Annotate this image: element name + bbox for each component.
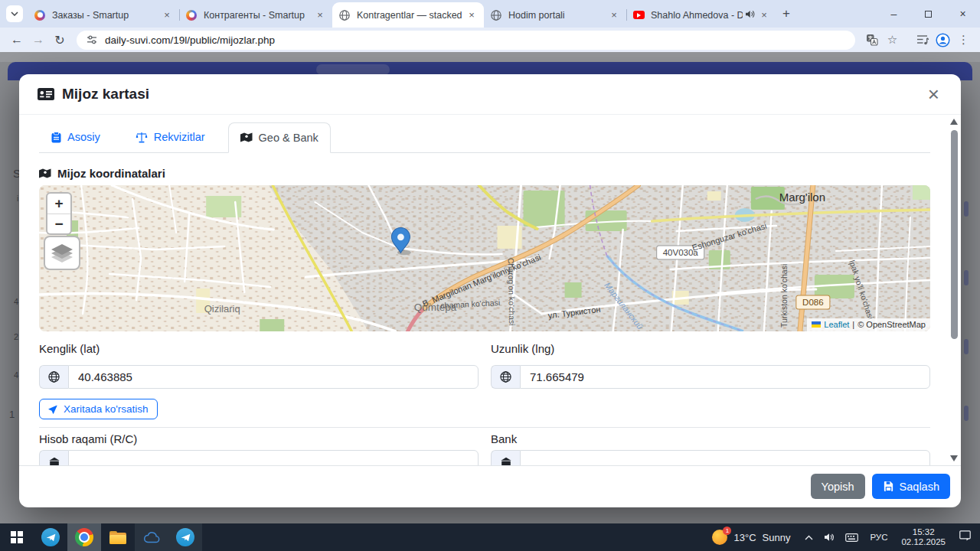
tab-rekvizitlar[interactable]: Rekvizitlar [123, 122, 217, 152]
dimmed-navbar-button [316, 64, 390, 75]
window-maximize-button[interactable] [911, 0, 946, 28]
map-canvas[interactable]: 40V030a D086 Marg'ilon Qizilariq Qumtepa… [39, 185, 930, 331]
map-icon [39, 168, 51, 178]
dimmed-page-fragment [964, 339, 969, 354]
tab-close-icon[interactable]: × [466, 9, 478, 21]
tab-title: Контрагенты - Smartup [204, 10, 311, 21]
tab-title: Kontragentlar — stacked modal [357, 10, 462, 21]
tray-language[interactable]: РУС [864, 533, 893, 542]
tab-youtube[interactable]: Shahlo Ahmedova - Dona o × [626, 2, 776, 28]
taskbar-telegram-2[interactable] [168, 523, 202, 551]
site-settings-icon[interactable] [86, 34, 98, 46]
tray-time: 15:32 [901, 527, 946, 537]
tab-geo-bank[interactable]: Geo & Bank [228, 122, 331, 153]
tray-volume-icon[interactable] [818, 533, 840, 542]
window-minimize-button[interactable]: – [877, 0, 911, 28]
media-controls-icon[interactable] [912, 30, 933, 50]
profile-avatar-icon[interactable] [933, 30, 953, 50]
road-badge-d086: D086 [796, 295, 830, 309]
tab-zakazy[interactable]: Заказы - Smartup × [28, 2, 179, 28]
lat-input[interactable] [68, 365, 479, 389]
reload-button[interactable]: ↻ [49, 30, 70, 50]
dimmed-page-fragment [964, 201, 969, 217]
tab-kontragentlar-active[interactable]: Kontragentlar — stacked modal × [332, 2, 484, 28]
city-label: Marg'ilon [779, 191, 825, 204]
globe-icon [39, 365, 68, 389]
send-icon [48, 404, 58, 414]
dimmed-text: 4 [14, 297, 18, 306]
dimmed-page-top [0, 52, 980, 62]
action-center-icon[interactable] [953, 530, 980, 544]
tab-audio-icon[interactable] [745, 10, 755, 21]
tab-close-icon[interactable]: × [161, 9, 173, 21]
menu-icon[interactable]: ⋮ [953, 30, 974, 50]
dimmed-text: 1 [9, 409, 15, 420]
account-input-group [39, 450, 479, 465]
back-button[interactable]: ← [6, 30, 28, 50]
taskbar-explorer[interactable] [101, 523, 135, 551]
leaflet-link[interactable]: Leaflet [824, 320, 849, 329]
translate-icon[interactable] [861, 30, 882, 50]
show-on-map-button[interactable]: Xaritada ko'rsatish [39, 399, 158, 419]
tab-search-button[interactable] [6, 5, 23, 22]
lng-input[interactable] [520, 365, 930, 389]
zoom-out-button[interactable]: − [47, 214, 70, 233]
modal-tabs: Asosiy Rekvizitlar Geo & Bank [39, 122, 930, 153]
account-label: Hisob raqami (R/C) [39, 432, 479, 448]
dimmed-page-fragment [964, 270, 969, 285]
map-zoom-control: + − [46, 192, 72, 235]
bank-label: Bank [491, 432, 930, 448]
tab-kontragenty[interactable]: Контрагенты - Smartup × [179, 2, 332, 28]
zoom-in-button[interactable]: + [47, 194, 70, 214]
weather-temp: 13°C [733, 532, 756, 543]
map-layers-control[interactable] [44, 236, 80, 270]
road-label: Turkiston ko'chasi [779, 264, 789, 328]
close-button[interactable]: Yopish [811, 474, 865, 499]
smartup-favicon [185, 9, 198, 21]
new-tab-button[interactable]: + [776, 4, 796, 24]
address-bar[interactable]: daily-suvi.com/19l/public/mijozlar.php [77, 31, 855, 50]
leaflet-map[interactable]: 40V030a D086 Marg'ilon Qizilariq Qumtepa… [39, 185, 930, 331]
scroll-down-arrow[interactable] [950, 455, 958, 461]
taskbar-cloud-app[interactable] [135, 523, 168, 551]
taskbar-chrome-active[interactable] [67, 523, 101, 551]
tray-clock[interactable]: 15:32 02.12.2025 [893, 527, 953, 547]
globe-icon [491, 365, 520, 389]
tab-close-icon[interactable]: × [758, 9, 770, 21]
bank-input-group [491, 450, 930, 465]
forward-button[interactable]: → [28, 30, 49, 50]
tab-label: Rekvizitlar [154, 131, 205, 143]
chrome-icon [75, 528, 93, 546]
scrollbar-thumb[interactable] [951, 130, 958, 339]
bank-input[interactable] [520, 450, 930, 465]
save-button[interactable]: Saqlash [872, 474, 950, 499]
bank-icon [39, 450, 68, 465]
weather-condition: Sunny [763, 532, 791, 543]
attribution-separator: | [852, 320, 854, 329]
sun-icon: 1 [712, 530, 727, 545]
coordinates-row: Kenglik (lat) Uzunlik (lng) [39, 331, 930, 389]
window-close-button[interactable]: × [946, 0, 980, 28]
road-label: Charog'on ko'chasi [507, 258, 518, 326]
tab-close-icon[interactable]: × [314, 9, 326, 21]
page-area: S i 4 2 4 1 Mijoz kartasi × Asosiy [0, 52, 980, 523]
account-input[interactable] [68, 450, 479, 465]
tab-hodim-portali[interactable]: Hodim portali × [484, 2, 626, 28]
url-text[interactable]: daily-suvi.com/19l/public/mijozlar.php [105, 34, 275, 46]
telegram-icon [176, 528, 194, 546]
lat-label: Kenglik (lat) [39, 342, 479, 358]
modal-scrollbar[interactable] [950, 119, 959, 461]
weather-widget[interactable]: 1 13°C Sunny [703, 530, 799, 545]
start-button[interactable] [0, 523, 34, 551]
tray-keyboard-icon[interactable] [840, 533, 864, 542]
tray-chevron-up-icon[interactable] [799, 535, 818, 540]
tab-close-icon[interactable]: × [608, 9, 620, 21]
bookmark-star-icon[interactable]: ☆ [882, 30, 903, 50]
osm-credit[interactable]: © OpenStreetMap [858, 320, 926, 329]
lng-input-group [491, 365, 930, 389]
telegram-icon [41, 528, 60, 546]
scroll-up-arrow[interactable] [950, 119, 958, 125]
tab-asosiy[interactable]: Asosiy [39, 122, 113, 152]
taskbar-telegram[interactable] [34, 523, 67, 551]
modal-close-button[interactable]: × [925, 86, 942, 102]
